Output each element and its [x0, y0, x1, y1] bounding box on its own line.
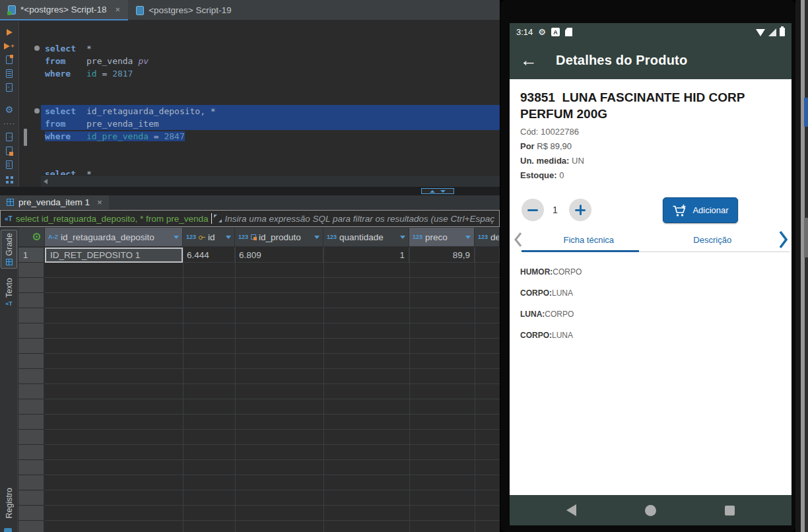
execute-statement-button[interactable]: [0, 25, 18, 39]
sql-operator: =: [149, 131, 164, 141]
doc-brackets-icon: [6, 160, 13, 169]
column-header-quantidade[interactable]: 123 quantidade: [323, 228, 409, 247]
sql-line: frompre_venda_item: [45, 117, 159, 130]
grid-corner-header[interactable]: [18, 228, 45, 247]
quantity-plus-button[interactable]: [569, 199, 591, 221]
product-unit: Un. medida: UN: [520, 156, 584, 166]
cell-truncated[interactable]: [475, 248, 500, 263]
close-tab-icon[interactable]: ×: [116, 5, 121, 15]
background-window-sliver: [795, 0, 808, 532]
sliver-gray-segment: [804, 218, 808, 257]
stock-label: Estoque:: [520, 170, 557, 180]
editor-results-splitter[interactable]: [0, 187, 500, 195]
close-results-icon[interactable]: ×: [97, 197, 102, 207]
new-result-button[interactable]: [0, 144, 18, 158]
column-header-id-retaguarda-deposito[interactable]: A-Z id_retaguarda_deposito: [45, 228, 183, 247]
empty-rows[interactable]: [45, 263, 500, 532]
page-title: Detalhes do Produto: [556, 53, 687, 68]
quantity-minus-button[interactable]: [522, 199, 544, 221]
splitter-handle[interactable]: [421, 188, 454, 194]
filter-text-icon: «T: [1, 215, 16, 222]
tab-script-18[interactable]: *<postgres> Script-18 ×: [0, 0, 128, 20]
explain-plan-button[interactable]: ⚙: [0, 102, 18, 116]
cell-preco[interactable]: 89,9: [409, 248, 475, 263]
outline-button[interactable]: [0, 172, 18, 185]
cell-id-produto[interactable]: 6.809: [235, 248, 323, 263]
chevron-right-icon[interactable]: [774, 230, 791, 249]
spec-label: HUMOR:: [520, 267, 553, 277]
quantity-value: 1: [553, 205, 558, 215]
number-type-icon: 123: [413, 234, 422, 240]
gear-icon: ⚙: [538, 28, 546, 36]
row-number[interactable]: 1: [18, 248, 44, 263]
primary-key-icon: [199, 235, 205, 239]
phone-screen: 3:14 ⚙ A ← Detalhes do Produto 93851 LUN…: [510, 23, 791, 525]
side-tab-texto-label: Texto: [5, 278, 14, 298]
cell-id-retaguarda-deposito[interactable]: ID_RET_DEPOSITO 1: [45, 248, 183, 263]
editor-horizontal-scrollbar[interactable]: [41, 175, 500, 187]
execute-new-tab-button[interactable]: +: [0, 39, 18, 53]
stock-value: 0: [559, 170, 564, 180]
chevron-left-icon[interactable]: [510, 231, 527, 248]
export-button[interactable]: [0, 130, 18, 144]
scroll-left-icon[interactable]: [44, 179, 48, 184]
column-header-truncated[interactable]: 123 de: [475, 228, 500, 247]
code-area[interactable]: select* frompre_vendapv whereid = 2817 s…: [20, 21, 500, 187]
console-button[interactable]: [0, 81, 18, 94]
side-tab-grade[interactable]: Grade: [1, 230, 17, 269]
number-type-icon: 123: [327, 234, 337, 240]
results-filter-bar[interactable]: «T select id_retaguarda_deposito, * from…: [0, 210, 500, 227]
filter-query-text: select id_retaguarda_deposito, * from pr…: [16, 214, 209, 224]
tab-script-19[interactable]: <postgres> Script-19: [128, 0, 239, 20]
column-name: id_retaguarda_deposito: [61, 232, 154, 242]
script-button[interactable]: [0, 67, 18, 81]
editor-tab-bar: *<postgres> Script-18 × <postgres> Scrip…: [0, 0, 500, 20]
dots-icon: ····: [3, 119, 16, 127]
nav-recents-icon[interactable]: [725, 506, 735, 515]
tab-ficha-tecnica[interactable]: Ficha técnica: [527, 235, 651, 245]
android-nav-bar: [510, 495, 791, 525]
nav-home-icon[interactable]: [645, 505, 656, 516]
templates-button[interactable]: [0, 158, 18, 172]
foreign-key-icon: [251, 234, 256, 240]
chevron-down-icon[interactable]: [226, 236, 231, 239]
column-header-preco[interactable]: 123 preco: [409, 228, 475, 247]
play-icon: [7, 29, 13, 36]
sql-token: *: [86, 44, 92, 53]
maximize-up-icon[interactable]: [430, 190, 435, 193]
chevron-down-icon[interactable]: [174, 236, 179, 239]
sql-line: select*: [45, 42, 92, 55]
expand-filter-icon[interactable]: [214, 215, 222, 222]
chevron-down-icon[interactable]: [465, 236, 471, 239]
cell-id[interactable]: 6.444: [183, 248, 235, 263]
column-header-id[interactable]: 123 id: [183, 228, 235, 247]
unit-value: UN: [572, 156, 584, 166]
product-stock: Estoque: 0: [520, 170, 564, 180]
nav-back-icon[interactable]: [566, 504, 576, 516]
sql-column: id_pre_venda: [86, 131, 149, 141]
back-arrow-icon[interactable]: ←: [520, 51, 537, 69]
product-detail-content: 93851 LUNA FASCINANTE HID CORP PERFUM 20…: [510, 79, 791, 495]
side-tab-registro[interactable]: Registro: [1, 485, 17, 521]
console-icon: [6, 83, 13, 92]
doc-grid-icon: [6, 147, 13, 155]
sql-operator: =: [97, 69, 112, 79]
tab-descricao[interactable]: Descrição: [651, 235, 775, 245]
execute-script-button[interactable]: [0, 53, 18, 67]
gear-icon: ⚙: [5, 105, 14, 114]
cell-quantidade[interactable]: 1: [323, 248, 409, 263]
play-icon: [4, 43, 10, 50]
active-tab-underline: [522, 250, 639, 252]
sql-keyword: from: [45, 55, 86, 67]
chevron-down-icon[interactable]: [400, 236, 405, 239]
column-header-id-produto[interactable]: 123 id_produto: [235, 228, 323, 247]
minimize-down-icon[interactable]: [440, 190, 446, 193]
side-tab-texto[interactable]: Texto «T: [1, 275, 17, 310]
sql-number: 2847: [164, 131, 184, 141]
add-to-cart-button[interactable]: Adicionar: [663, 197, 738, 223]
sql-editor[interactable]: + ⚙ ···· select* frompre_vendapv whereid…: [0, 21, 500, 187]
chevron-down-icon[interactable]: [314, 236, 320, 239]
column-name: id: [208, 232, 215, 242]
text-icon: «T: [5, 300, 13, 307]
results-tab[interactable]: pre_venda_item 1 ×: [0, 195, 109, 209]
